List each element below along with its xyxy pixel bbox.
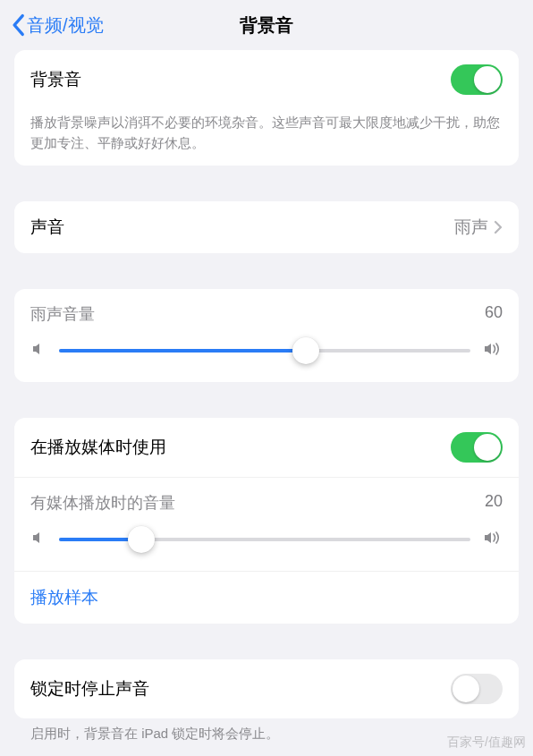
- media-volume-slider[interactable]: [59, 538, 470, 541]
- chevron-left-icon: [11, 13, 25, 37]
- sound-row[interactable]: 声音 雨声: [14, 201, 519, 253]
- lock-footer: 启用时，背景音在 iPad 锁定时将会停止。: [14, 726, 519, 743]
- sound-value: 雨声: [454, 216, 488, 239]
- volume1-value: 60: [485, 303, 503, 325]
- nav-header: 音频/视觉 背景音: [0, 0, 533, 50]
- master-toggle[interactable]: [451, 64, 503, 95]
- volume-max-icon: [483, 341, 503, 361]
- play-sample-row[interactable]: 播放样本: [14, 572, 519, 624]
- back-button[interactable]: 音频/视觉: [11, 13, 104, 38]
- master-group: 背景音 播放背景噪声以消弭不必要的环境杂音。这些声音可最大限度地减少干扰，助您更…: [14, 50, 519, 166]
- master-toggle-label: 背景音: [30, 68, 451, 91]
- back-label: 音频/视觉: [27, 13, 104, 38]
- lock-group: 锁定时停止声音: [14, 659, 519, 718]
- media-group: 在播放媒体时使用 有媒体播放时的音量 20 播放样本: [14, 418, 519, 624]
- volume-min-icon: [30, 530, 47, 549]
- media-toggle-label: 在播放媒体时使用: [30, 436, 451, 459]
- lock-toggle-row: 锁定时停止声音: [14, 659, 519, 718]
- master-toggle-row: 背景音: [14, 50, 519, 109]
- media-volume-block: 有媒体播放时的音量 20: [14, 478, 519, 571]
- volume1-slider[interactable]: [59, 349, 470, 353]
- lock-toggle-label: 锁定时停止声音: [30, 677, 451, 701]
- media-volume-value: 20: [485, 492, 503, 514]
- volume1-group: 雨声音量 60: [14, 289, 519, 382]
- volume1-block: 雨声音量 60: [14, 289, 519, 382]
- volume1-label: 雨声音量: [30, 303, 95, 325]
- master-footer: 播放背景噪声以消弭不必要的环境杂音。这些声音可最大限度地减少干扰，助您更加专注、…: [14, 109, 519, 166]
- chevron-right-icon: [494, 220, 503, 234]
- lock-toggle[interactable]: [451, 674, 503, 704]
- volume-min-icon: [30, 341, 47, 361]
- play-sample-label: 播放样本: [30, 586, 98, 609]
- media-toggle-row: 在播放媒体时使用: [14, 418, 519, 477]
- sound-group: 声音 雨声: [14, 201, 519, 253]
- volume-max-icon: [483, 530, 503, 549]
- sound-label: 声音: [30, 216, 454, 239]
- media-volume-label: 有媒体播放时的音量: [30, 492, 175, 514]
- media-toggle[interactable]: [451, 432, 503, 463]
